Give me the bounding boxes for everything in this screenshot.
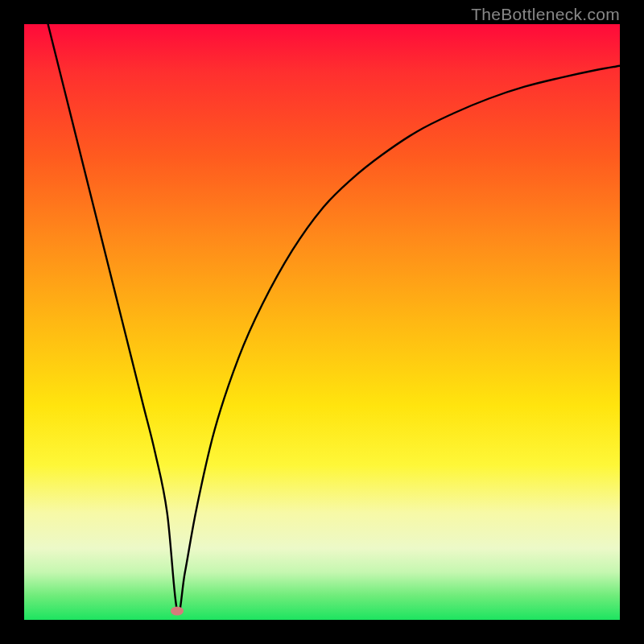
plot-area [24, 24, 620, 620]
bottleneck-curve-path [48, 24, 620, 613]
watermark-text: TheBottleneck.com [471, 5, 620, 24]
optimum-marker [171, 606, 184, 615]
chart-frame: TheBottleneck.com [0, 0, 644, 644]
curve-svg [24, 24, 620, 620]
